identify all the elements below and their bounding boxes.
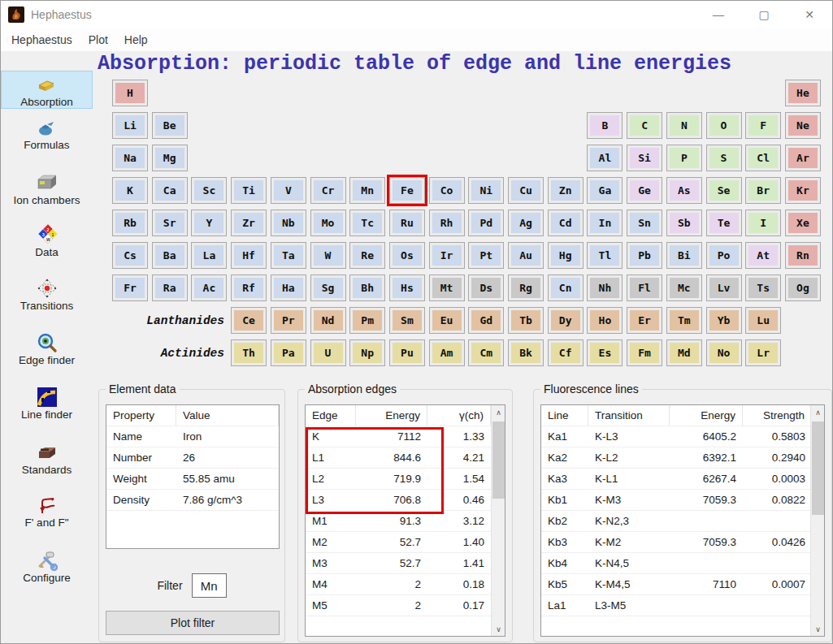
scroll-up-arrow[interactable]: ∧ xyxy=(492,405,505,419)
element-mn-button[interactable]: Mn xyxy=(349,177,385,204)
element-sr-button[interactable]: Sr xyxy=(152,210,188,236)
table-row[interactable]: M520.17 xyxy=(306,595,505,616)
element-pm-button[interactable]: Pm xyxy=(349,307,385,334)
element-au-button[interactable]: Au xyxy=(508,242,544,269)
element-rf-button[interactable]: Rf xyxy=(231,274,267,301)
maximize-button[interactable]: ▢ xyxy=(741,1,787,28)
scroll-down-arrow[interactable]: ∨ xyxy=(811,622,825,636)
element-no-button[interactable]: No xyxy=(706,339,742,366)
element-er-button[interactable]: Er xyxy=(627,307,662,334)
element-hf-button[interactable]: Hf xyxy=(231,242,267,269)
element-fr-button[interactable]: Fr xyxy=(112,274,148,301)
element-fl-button[interactable]: Fl xyxy=(627,274,662,301)
element-ra-button[interactable]: Ra xyxy=(152,274,188,301)
element-zr-button[interactable]: Zr xyxy=(231,210,267,236)
element-ca-button[interactable]: Ca xyxy=(152,177,188,204)
element-b-button[interactable]: B xyxy=(587,112,623,139)
element-ts-button[interactable]: Ts xyxy=(745,274,781,301)
table-row[interactable]: L1844.64.21 xyxy=(306,447,505,469)
column-header-edge[interactable]: Edge xyxy=(306,405,356,426)
element-pb-button[interactable]: Pb xyxy=(627,242,662,269)
menu-hephaestus[interactable]: Hephaestus xyxy=(3,30,80,50)
element-si-button[interactable]: Si xyxy=(627,145,662,171)
element-ta-button[interactable]: Ta xyxy=(271,242,306,269)
element-sg-button[interactable]: Sg xyxy=(310,274,346,301)
element-md-button[interactable]: Md xyxy=(666,339,702,366)
element-pu-button[interactable]: Pu xyxy=(389,339,425,366)
element-ti-button[interactable]: Ti xyxy=(231,177,267,204)
element-cf-button[interactable]: Cf xyxy=(548,339,584,366)
element-nb-button[interactable]: Nb xyxy=(271,210,306,236)
column-header-transition[interactable]: Transition xyxy=(588,405,670,426)
element-la-button[interactable]: La xyxy=(191,242,227,269)
element-tl-button[interactable]: Tl xyxy=(587,242,623,269)
table-row[interactable]: Kb5K-M4,571100.0007 xyxy=(541,574,824,595)
element-ba-button[interactable]: Ba xyxy=(152,242,188,269)
column-header-line[interactable]: Line xyxy=(541,405,588,426)
element-ce-button[interactable]: Ce xyxy=(231,307,267,334)
table-row[interactable]: Kb3K-M27059.30.0426 xyxy=(541,532,824,553)
element-at-button[interactable]: At xyxy=(745,242,781,269)
element-s-button[interactable]: S xyxy=(706,145,742,171)
column-header-energy[interactable]: Energy xyxy=(670,405,743,426)
sidebar-item-edge-finder[interactable]: Edge finder xyxy=(1,330,93,366)
element-cr-button[interactable]: Cr xyxy=(310,177,346,204)
element-ac-button[interactable]: Ac xyxy=(191,274,227,301)
element-pr-button[interactable]: Pr xyxy=(271,307,306,334)
sidebar-item-data[interactable]: 321WData xyxy=(1,222,93,258)
element-y-button[interactable]: Y xyxy=(191,210,227,236)
element-al-button[interactable]: Al xyxy=(587,145,623,171)
sidebar-item-standards[interactable]: Standards xyxy=(1,439,93,476)
element-ds-button[interactable]: Ds xyxy=(468,274,504,301)
sidebar-item-configure[interactable]: Configure xyxy=(1,547,93,584)
element-o-button[interactable]: O xyxy=(706,112,742,139)
element-v-button[interactable]: V xyxy=(271,177,306,204)
element-og-button[interactable]: Og xyxy=(785,274,821,301)
table-row[interactable]: M191.33.12 xyxy=(306,511,505,532)
element-pd-button[interactable]: Pd xyxy=(468,210,504,236)
element-bk-button[interactable]: Bk xyxy=(508,339,544,366)
column-header-value[interactable]: Value xyxy=(176,405,279,426)
close-button[interactable]: ✕ xyxy=(787,1,832,28)
element-po-button[interactable]: Po xyxy=(706,242,742,269)
element-cu-button[interactable]: Cu xyxy=(508,177,544,204)
element-nd-button[interactable]: Nd xyxy=(310,307,346,334)
element-as-button[interactable]: As xyxy=(666,177,702,204)
element-ga-button[interactable]: Ga xyxy=(587,177,623,204)
element-np-button[interactable]: Np xyxy=(349,339,385,366)
element-mg-button[interactable]: Mg xyxy=(152,145,188,171)
element-nh-button[interactable]: Nh xyxy=(587,274,623,301)
sidebar-item-f-and-f[interactable]: F' and F" xyxy=(1,492,93,529)
element-rn-button[interactable]: Rn xyxy=(785,242,821,269)
element-na-button[interactable]: Na xyxy=(112,145,148,171)
element-cn-button[interactable]: Cn xyxy=(548,274,584,301)
element-se-button[interactable]: Se xyxy=(706,177,742,204)
element-w-button[interactable]: W xyxy=(310,242,346,269)
element-pa-button[interactable]: Pa xyxy=(271,339,306,366)
column-header-energy[interactable]: Energy xyxy=(356,405,427,426)
element-fm-button[interactable]: Fm xyxy=(627,339,662,366)
element-mc-button[interactable]: Mc xyxy=(666,274,702,301)
table-row[interactable]: Ka3K-L16267.40.0003 xyxy=(541,469,824,490)
sidebar-item-transitions[interactable]: Transitions xyxy=(1,275,93,312)
element-ha-button[interactable]: Ha xyxy=(271,274,306,301)
menu-plot[interactable]: Plot xyxy=(80,30,116,50)
element-am-button[interactable]: Am xyxy=(429,339,465,366)
column-header-property[interactable]: Property xyxy=(106,405,176,426)
element-ag-button[interactable]: Ag xyxy=(508,210,544,236)
element-bh-button[interactable]: Bh xyxy=(349,274,385,301)
column-header-strength[interactable]: Strength xyxy=(743,405,812,426)
element-fe-button[interactable]: Fe xyxy=(389,177,425,204)
table-row[interactable]: Kb2K-N2,3 xyxy=(541,511,824,532)
element-re-button[interactable]: Re xyxy=(349,242,385,269)
element-he-button[interactable]: He xyxy=(785,80,821,106)
element-n-button[interactable]: N xyxy=(666,112,702,139)
element-ir-button[interactable]: Ir xyxy=(429,242,465,269)
element-lu-button[interactable]: Lu xyxy=(745,307,781,334)
element-eu-button[interactable]: Eu xyxy=(429,307,465,334)
menu-help[interactable]: Help xyxy=(116,30,156,50)
element-lr-button[interactable]: Lr xyxy=(745,339,781,366)
element-cs-button[interactable]: Cs xyxy=(112,242,148,269)
element-ni-button[interactable]: Ni xyxy=(468,177,504,204)
element-mo-button[interactable]: Mo xyxy=(310,210,346,236)
